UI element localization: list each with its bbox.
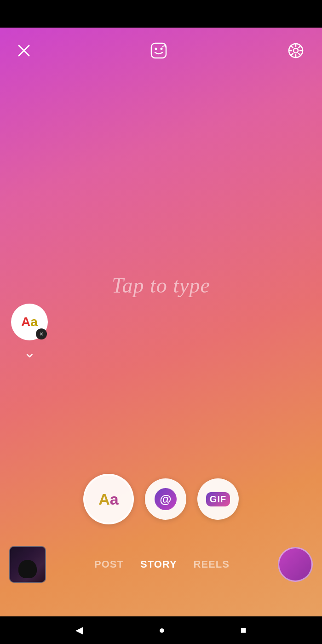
capture-button[interactable] — [278, 547, 313, 582]
mention-icon: @ — [155, 488, 177, 510]
recents-button[interactable]: ■ — [241, 624, 247, 636]
font-selector: Aa × ⌄ — [11, 304, 48, 360]
tab-post[interactable]: POST — [94, 558, 124, 570]
status-bar — [0, 0, 322, 28]
top-toolbar — [0, 28, 322, 74]
bottom-nav: POST STORY REELS — [0, 526, 322, 616]
bottom-controls: Aa @ GIF — [0, 474, 322, 524]
gallery-thumb-image — [10, 547, 45, 582]
nav-tabs: POST STORY REELS — [46, 558, 278, 570]
remove-font-button[interactable]: × — [36, 328, 47, 339]
back-button[interactable]: ◀ — [75, 624, 83, 636]
settings-button[interactable] — [283, 38, 308, 63]
svg-point-4 — [161, 48, 163, 50]
sticker-button[interactable] — [146, 38, 171, 63]
main-screen: Tap to type Aa × ⌄ Aa @ GIF — [0, 28, 322, 616]
close-button[interactable] — [14, 40, 34, 61]
text-tool-label: Aa — [98, 490, 118, 508]
chevron-down-icon[interactable]: ⌄ — [23, 345, 36, 360]
svg-line-13 — [299, 46, 300, 47]
gif-label: GIF — [210, 494, 226, 504]
gallery-thumbnail[interactable] — [9, 546, 46, 583]
tab-story[interactable]: STORY — [140, 558, 177, 570]
font-bubble[interactable]: Aa × — [11, 304, 48, 340]
font-bubble-label: Aa — [21, 315, 38, 329]
system-nav-bar: ◀ ● ■ — [0, 616, 322, 644]
svg-line-14 — [291, 53, 293, 55]
tab-reels[interactable]: REELS — [194, 558, 230, 570]
svg-point-6 — [293, 48, 298, 53]
text-tool-button[interactable]: Aa — [83, 474, 134, 524]
svg-line-12 — [299, 53, 300, 55]
mention-at-symbol: @ — [160, 492, 171, 506]
gif-icon: GIF — [206, 492, 230, 506]
gif-button[interactable]: GIF — [197, 478, 239, 520]
svg-line-11 — [291, 46, 293, 47]
svg-point-3 — [155, 48, 157, 50]
mention-button[interactable]: @ — [145, 478, 186, 520]
tap-to-type-label[interactable]: Tap to type — [112, 273, 210, 298]
home-button[interactable]: ● — [159, 624, 165, 636]
